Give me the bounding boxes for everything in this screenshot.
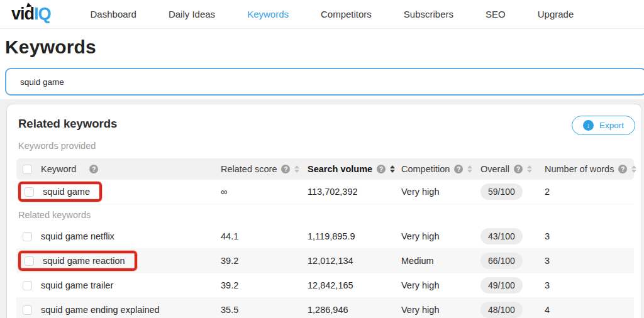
panel-title: Related keywords [18, 117, 641, 131]
related-score-value: 44.1 [221, 231, 238, 241]
nav-item-dashboard[interactable]: Dashboard [91, 9, 136, 19]
competition-cell: Very high [401, 280, 480, 290]
overall-cell: 49/100 [480, 277, 545, 293]
number-of-words-cell: 3 [545, 231, 634, 241]
sort-icon[interactable] [527, 165, 532, 173]
overall-value: 43/100 [480, 228, 523, 244]
competition-cell: Very high [401, 305, 480, 315]
search-volume-cell: 12,012,134 [308, 256, 401, 266]
sort-icon[interactable] [631, 165, 636, 173]
overall-value: 59/100 [480, 184, 523, 200]
nav-item-keywords[interactable]: Keywords [247, 9, 289, 19]
table-row: squid game reaction39.212,012,134Medium6… [16, 249, 634, 273]
table-row: squid game∞113,702,392Very high59/1002 [16, 180, 634, 204]
keyword-text[interactable]: squid game [43, 187, 90, 197]
keyword-wrap: squid game trailer [23, 280, 113, 290]
column-label: Number of words [545, 164, 614, 174]
select-all-checkbox[interactable] [23, 165, 32, 174]
top-navigation: vidIQ DashboardDaily IdeasKeywordsCompet… [0, 0, 644, 29]
page-title: Keywords [5, 36, 644, 58]
related-score-cell: 44.1 [221, 231, 308, 241]
row-checkbox[interactable] [23, 232, 32, 241]
keyword-cell: squid game netflix [16, 231, 221, 241]
column-label: Competition [401, 164, 450, 174]
overall-cell: 66/100 [480, 253, 545, 269]
number-of-words-cell: 3 [545, 256, 634, 266]
related-score-value: 35.5 [221, 305, 238, 315]
number-of-words-value: 2 [545, 187, 550, 197]
column-header-number-of-words[interactable]: Number of words? [545, 164, 636, 174]
keyword-wrap: squid game netflix [23, 231, 114, 241]
table-header-row: Keyword?Related score?Search volume?Comp… [16, 158, 634, 180]
competition-value: Very high [401, 187, 439, 197]
overall-value: 49/100 [480, 277, 523, 293]
red-annotation-box: squid game reaction [18, 251, 137, 271]
vidiq-logo[interactable]: vidIQ [11, 6, 51, 23]
help-icon[interactable]: ? [514, 165, 523, 173]
related-keywords-panel: Related keywords ↓ Export Keywords provi… [6, 104, 642, 318]
nav-item-seo[interactable]: SEO [486, 9, 506, 19]
keyword-text[interactable]: squid game reaction [43, 256, 125, 266]
nav-item-upgrade[interactable]: Upgrade [538, 9, 574, 19]
search-volume-value: 12,842,165 [308, 280, 353, 290]
related-score-cell: 39.2 [221, 280, 308, 290]
overall-value: 66/100 [480, 253, 523, 269]
help-icon[interactable]: ? [377, 165, 386, 173]
help-icon[interactable]: ? [281, 165, 290, 173]
search-volume-cell: 113,702,392 [308, 187, 401, 197]
row-checkbox[interactable] [25, 187, 34, 197]
competition-value: Very high [401, 231, 439, 241]
related-score-value: 39.2 [221, 280, 238, 290]
column-label: Search volume [308, 164, 372, 174]
keyword-cell: squid game trailer [16, 280, 221, 290]
nav-item-daily-ideas[interactable]: Daily Ideas [169, 9, 215, 19]
column-label: Related score [221, 164, 277, 174]
nav-items: DashboardDaily IdeasKeywordsCompetitorsS… [91, 9, 574, 19]
search-volume-value: 12,012,134 [308, 256, 353, 266]
column-label: Overall [480, 164, 509, 174]
table-row: squid game netflix44.11,119,895.9Very hi… [16, 224, 634, 249]
content-area: Related keywords ↓ Export Keywords provi… [0, 99, 644, 318]
competition-cell: Very high [401, 231, 480, 241]
related-score-cell: ∞ [221, 187, 308, 197]
related-score-value: ∞ [221, 187, 227, 197]
column-label: Keyword [41, 164, 76, 174]
keyword-text[interactable]: squid game trailer [41, 280, 113, 290]
help-icon[interactable]: ? [89, 165, 98, 173]
keyword-cell: squid game reaction [16, 256, 221, 265]
overall-cell: 59/100 [480, 184, 545, 200]
keyword-search-input[interactable] [5, 68, 644, 96]
number-of-words-value: 4 [545, 305, 550, 315]
search-volume-value: 1,119,895.9 [308, 231, 355, 241]
keyword-text[interactable]: squid game netflix [41, 231, 114, 241]
sort-icon[interactable] [294, 165, 299, 173]
table-row: squid game ending explained35.51,286,946… [16, 298, 634, 318]
related-score-cell: 35.5 [221, 305, 308, 315]
search-volume-value: 113,702,392 [308, 187, 358, 197]
column-header-competition[interactable]: Competition? [401, 164, 480, 174]
competition-value: Very high [401, 305, 439, 315]
column-header-related-score[interactable]: Related score? [221, 164, 308, 174]
search-volume-cell: 1,119,895.9 [308, 231, 401, 241]
row-checkbox[interactable] [23, 305, 32, 315]
nav-item-subscribers[interactable]: Subscribers [404, 9, 453, 19]
help-icon[interactable]: ? [618, 165, 627, 173]
sort-icon[interactable] [390, 165, 395, 173]
row-checkbox[interactable] [25, 256, 34, 266]
number-of-words-cell: 4 [545, 305, 634, 315]
column-header-search-volume[interactable]: Search volume? [308, 164, 401, 174]
sort-icon[interactable] [467, 165, 472, 173]
related-score-value: 39.2 [221, 256, 238, 266]
column-header-overall[interactable]: Overall? [480, 164, 545, 174]
competition-cell: Very high [401, 187, 480, 197]
nav-item-competitors[interactable]: Competitors [321, 9, 372, 19]
export-button[interactable]: ↓ Export [572, 116, 635, 135]
help-icon[interactable]: ? [454, 165, 463, 173]
row-checkbox[interactable] [23, 281, 32, 290]
number-of-words-value: 3 [545, 231, 550, 241]
download-icon: ↓ [583, 120, 594, 131]
logo-text-iq: IQ [34, 4, 51, 23]
column-header-keyword: Keyword? [16, 164, 221, 174]
keyword-text[interactable]: squid game ending explained [41, 305, 160, 315]
related-score-cell: 39.2 [221, 256, 308, 266]
